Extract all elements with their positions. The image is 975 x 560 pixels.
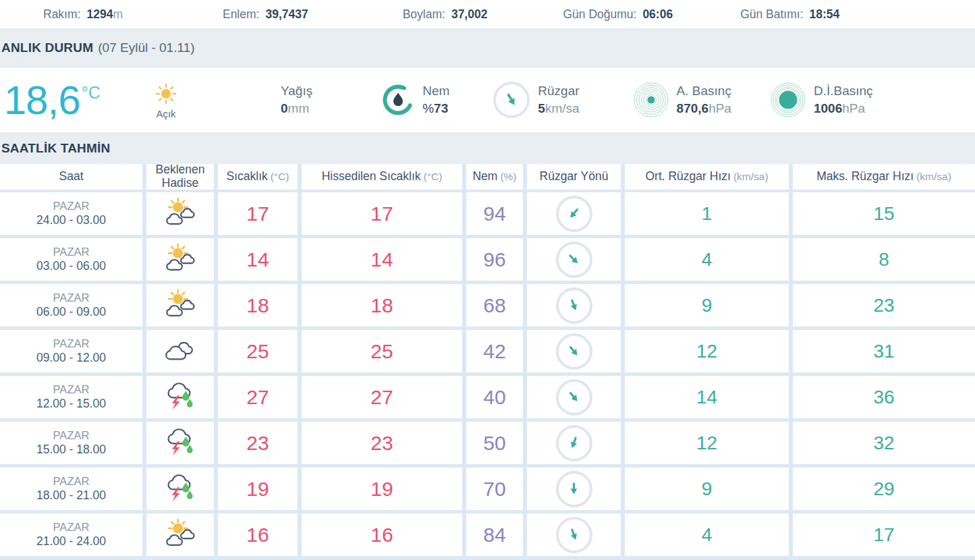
day-label: PAZAR [53,474,90,488]
avg-wind-speed-cell: 4 [625,238,789,281]
wind-direction-cell [527,513,621,556]
humidity-cell: 50 [466,422,523,464]
hourly-forecast-table: Saat BeklenenHadise Sıcaklık(°C) Hissedi… [0,164,975,556]
sunset-item: Gün Batımı: 18:54 [740,7,839,22]
wind-arrow-icon [561,384,586,410]
time-cell: PAZAR 09.00 - 12.00 [0,330,142,372]
sea-level-pressure-value: 1006 [814,101,842,115]
storm-icon [163,381,198,414]
feels-like-cell: 17 [302,192,462,235]
pressure-rings-icon [634,82,669,117]
wind-label: Rüzgar [538,82,579,100]
condition-icon-cell [146,192,214,235]
time-cell: PAZAR 24.00 - 03.00 [0,192,142,235]
temperature-cell: 16 [218,513,298,556]
condition-icon-cell [146,330,214,372]
wind-arrow-icon [498,86,526,114]
max-wind-speed-cell: 31 [793,330,975,372]
max-wind-speed-cell: 15 [793,192,975,235]
humidity-cell: 40 [466,376,523,418]
humidity-cell: 94 [466,192,523,235]
day-label: PAZAR [53,245,90,259]
humidity-value: 73 [434,101,448,115]
humidity-cell: 96 [466,238,523,281]
current-conditions-panel: 18,6 °C Açık Yağış 0mm [0,67,975,132]
day-label: PAZAR [53,428,90,443]
sea-level-pressure-label: D.İ.Basınç [814,82,873,100]
day-label: PAZAR [53,291,90,305]
current-condition-label: Açık [156,108,175,119]
avg-wind-speed-cell: 12 [625,330,789,372]
humidity-prefix: % [422,101,434,115]
longitude-label: Boylam: [403,7,445,22]
time-cell: PAZAR 18.00 - 21.00 [0,468,142,510]
sea-level-pressure-metric: D.İ.Basınç 1006hPa [771,82,873,117]
current-conditions-period: (07 Eylül - 01.11) [98,40,194,55]
column-header-condition: BeklenenHadise [146,164,214,190]
sun-cloud-icon [163,289,198,322]
time-cell: PAZAR 15.00 - 18.00 [0,422,142,464]
wind-direction-icon [493,82,530,118]
feels-like-cell: 18 [302,284,462,327]
avg-wind-speed-cell: 9 [625,284,789,327]
column-header-avg-wind: Ort. Rüzgar Hızı(km/sa) [625,164,789,190]
forecast-row: PAZAR 18.00 - 21.00 19 19 70 9 29 [0,468,975,510]
wind-arrow-icon [561,246,586,272]
current-temperature: 18,6 °C [4,81,136,119]
wind-direction-cell [527,192,621,235]
column-header-feels-like: Hissedilen Sıcaklık(°C) [302,164,462,190]
hours-label: 03.00 - 06.00 [36,259,106,274]
actual-pressure-label: A. Basınç [677,82,731,100]
wind-direction-cell [527,330,621,372]
wind-direction-icon [556,425,592,461]
max-wind-speed-cell: 17 [793,513,975,556]
time-cell: PAZAR 06.00 - 09.00 [0,284,142,327]
wind-direction-icon [556,196,592,232]
wind-value: 5 [538,101,545,115]
hours-label: 18.00 - 21.00 [36,488,106,503]
temperature-cell: 19 [218,468,298,510]
wind-direction-icon [556,379,592,416]
hourly-forecast-title: SAATLİK TAHMİN [1,141,110,156]
hours-label: 21.00 - 24.00 [36,534,106,549]
wind-unit: km/sa [545,101,580,115]
avg-wind-speed-cell: 9 [625,468,789,510]
hours-label: 06.00 - 09.00 [36,305,106,320]
forecast-row: PAZAR 09.00 - 12.00 25 25 42 12 31 [0,330,975,372]
longitude-value: 37,002 [451,7,488,22]
storm-icon [163,473,198,505]
max-wind-speed-cell: 36 [793,376,975,418]
sea-level-pressure-unit: hPa [842,101,865,115]
condition-icon-cell [146,238,214,281]
sunrise-value: 06:06 [642,7,673,22]
forecast-row: PAZAR 15.00 - 18.00 23 23 50 12 32 [0,422,975,464]
forecast-table-header: Saat BeklenenHadise Sıcaklık(°C) Hissedi… [0,164,975,190]
column-header-temperature: Sıcaklık(°C) [218,164,298,190]
wind-direction-cell [527,376,621,418]
latitude-item: Enlem: 39,7437 [223,7,308,22]
temperature-cell: 17 [218,192,298,235]
wind-arrow-icon [562,293,586,317]
wind-direction-cell [527,238,621,281]
forecast-table-body: PAZAR 24.00 - 03.00 17 17 94 1 15 [0,192,975,556]
day-label: PAZAR [53,337,90,351]
current-temperature-value: 18,6 [4,81,80,119]
humidity-cell: 84 [466,513,523,556]
forecast-row: PAZAR 03.00 - 06.00 14 14 96 4 8 [0,238,975,281]
hours-label: 15.00 - 18.00 [36,443,106,457]
max-wind-speed-cell: 29 [793,468,975,510]
temperature-cell: 18 [218,284,298,327]
actual-pressure-metric: A. Basınç 870,6hPa [634,82,731,117]
feels-like-cell: 16 [302,513,462,556]
condition-icon-cell [146,513,214,556]
sun-cloud-icon [163,244,198,276]
hours-label: 09.00 - 12.00 [36,351,106,366]
column-header-humidity: Nem(%) [466,164,523,190]
station-info-bar: Rakım: 1294m Enlem: 39,7437 Boylam: 37,0… [0,0,975,29]
sunset-value: 18:54 [810,7,840,22]
wind-direction-icon [556,471,592,507]
day-label: PAZAR [53,199,90,213]
forecast-row: PAZAR 12.00 - 15.00 27 27 40 14 36 [0,376,975,418]
wind-direction-cell [527,284,621,327]
hours-label: 24.00 - 03.00 [36,213,106,228]
